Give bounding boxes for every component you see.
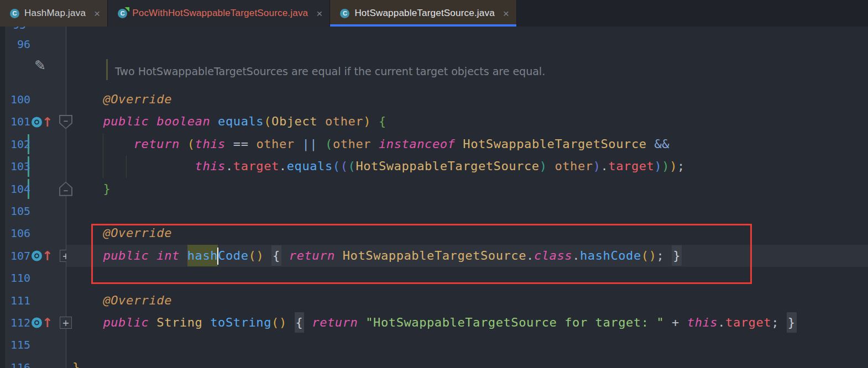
code-token [304,316,312,329]
tab-hashmap[interactable]: C HashMap.java × [0,0,108,27]
tab-label: HotSwappableTargetSource.java [354,8,494,19]
code-line[interactable]: @Override [66,290,868,312]
editor-tab-bar: C HashMap.java × C PocWithHotSwappableTa… [0,0,868,27]
editor-row: 106 @Override [0,222,868,244]
code-token [455,137,463,151]
line-number[interactable]: 116 [0,356,30,368]
tab-poc-with-hot-swappable-target-source[interactable]: C PocWithHotSwappableTargetSource.java × [108,0,330,27]
tab-close-icon[interactable]: × [503,8,509,19]
editor-row: 101↑− public boolean equals(Object other… [0,111,868,133]
code-token: other [555,159,593,173]
class-icon-letter: C [340,9,349,18]
override-gutter-icon[interactable]: ↑ [32,117,53,127]
code-token: public [103,249,149,262]
code-token: return [289,249,335,262]
code-token [72,114,103,128]
code-line[interactable] [66,334,868,356]
code-token: ) [662,159,670,173]
code-token: Code [218,249,248,262]
editor-row: 102 return (this == other || (other inst… [0,133,868,155]
code-line[interactable]: public String toString() { return "HotSw… [66,312,868,334]
line-number[interactable]: 107 [0,245,30,267]
code-token [317,137,325,151]
code-token [72,159,195,173]
editor-row: 104− } [0,178,868,200]
code-token: { [271,249,281,262]
code-line[interactable]: public boolean equals(Object other) { [66,111,868,133]
class-icon-modified: C [118,9,127,18]
indent-guide [103,155,103,177]
code-token [149,316,156,329]
code-token: @Override [103,92,172,106]
code-token: toString [210,316,271,329]
code-token: equals [287,159,333,173]
code-token: ) [540,159,547,173]
code-token: target [233,159,279,173]
gutter-cell: 104− [0,178,66,200]
override-circle-icon [32,318,42,328]
editor-row: 111 @Override [0,290,868,312]
override-gutter-icon[interactable]: ↑ [32,250,53,261]
code-line[interactable]: @Override [66,222,868,244]
line-number[interactable]: 103 [0,155,30,177]
override-arrow-icon: ↑ [42,117,53,127]
code-token: } [672,249,682,262]
gutter-cell: 102 [0,133,66,155]
pencil-icon[interactable]: ✎ [34,57,46,74]
code-token [371,137,379,151]
code-token: ( [348,159,356,173]
code-token: { [295,316,305,329]
code-token: ) [670,159,677,173]
code-token: ) [593,159,601,173]
class-icon-letter: C [118,9,127,18]
code-line[interactable]: } [66,178,868,200]
code-token: this [687,316,718,329]
editor-row: 103 this.target.equals(((HotSwappableTar… [0,155,868,177]
tab-label: PocWithHotSwappableTargetSource.java [132,8,308,19]
code-line[interactable]: public int hashCode() { return HotSwappa… [66,245,868,267]
override-gutter-icon[interactable]: ↑ [32,318,53,328]
tab-close-icon[interactable]: × [316,8,322,19]
code-line[interactable]: this.target.equals(((HotSwappableTargetS… [66,155,868,177]
line-number[interactable]: 102 [0,133,30,155]
code-line[interactable] [66,27,868,54]
code-token [264,249,271,262]
code-line[interactable] [66,267,868,289]
tab-hot-swappable-target-source[interactable]: C HotSwappableTargetSource.java × [330,0,517,27]
indent-guide [126,155,127,177]
code-token [779,316,787,329]
doc-comment-text[interactable]: Two HotSwappableTargetSources are equal … [115,54,545,88]
line-number[interactable]: 115 [0,334,30,356]
code-line[interactable] [66,200,868,222]
line-number[interactable]: 111 [0,290,30,312]
code-line[interactable]: } [66,356,868,368]
code-token: target [725,316,771,329]
code-token: class [534,249,572,262]
code-line[interactable]: @Override [66,88,868,111]
line-number[interactable]: 106 [0,222,30,244]
line-number[interactable]: 101 [0,111,30,133]
line-number[interactable]: 100 [0,88,30,111]
code-token: hashCode [580,249,641,262]
line-number[interactable]: 112 [0,312,30,334]
code-token [72,316,103,329]
code-token: ( [641,249,649,262]
editor-row: 107↑+ public int hashCode() { return Hot… [0,245,868,267]
code-token [149,249,156,262]
line-number[interactable]: 104 [0,178,30,200]
code-token [72,182,103,196]
editor-row: 105 [0,200,868,222]
code-token: Object [271,114,317,128]
editor-row: 116} [0,356,868,368]
editor-rows: 96✎Two HotSwappableTargetSources are equ… [0,27,868,368]
line-number[interactable]: 110 [0,267,30,289]
code-token: ) [649,249,657,262]
editor-row: 115 [0,334,868,356]
tab-close-icon[interactable]: × [94,8,100,19]
code-token: other [256,137,294,151]
code-line[interactable]: Two HotSwappableTargetSources are equal … [66,54,868,88]
code-token [547,159,555,173]
code-token [149,114,156,128]
line-number[interactable]: 105 [0,200,30,222]
code-line[interactable]: return (this == other || (other instance… [66,133,868,155]
